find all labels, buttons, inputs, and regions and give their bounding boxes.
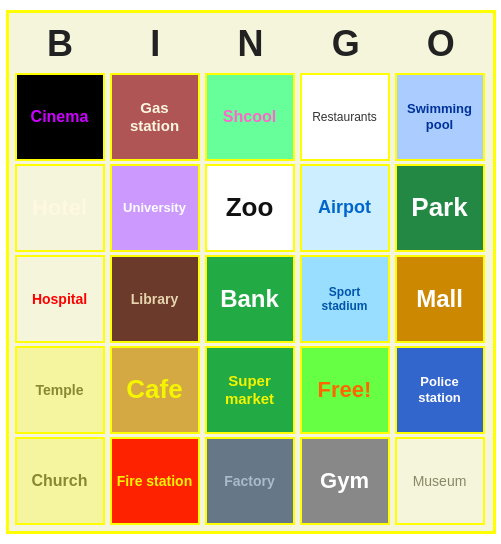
bingo-header: BINGO bbox=[13, 17, 489, 71]
bingo-cell-14[interactable]: Mall bbox=[395, 255, 485, 343]
bingo-cell-9[interactable]: Park bbox=[395, 164, 485, 252]
bingo-cell-0[interactable]: Cinema bbox=[15, 73, 105, 161]
header-letter-g: G bbox=[301, 23, 391, 65]
bingo-cell-5[interactable]: Hotel bbox=[15, 164, 105, 252]
header-letter-o: O bbox=[396, 23, 486, 65]
bingo-cell-12[interactable]: Bank bbox=[205, 255, 295, 343]
bingo-cell-8[interactable]: Airpot bbox=[300, 164, 390, 252]
bingo-cell-13[interactable]: Sport stadium bbox=[300, 255, 390, 343]
bingo-cell-16[interactable]: Cafe bbox=[110, 346, 200, 434]
bingo-cell-7[interactable]: Zoo bbox=[205, 164, 295, 252]
bingo-cell-11[interactable]: Library bbox=[110, 255, 200, 343]
bingo-grid: CinemaGas stationShcoolRestaurantsSwimmi… bbox=[13, 71, 489, 527]
bingo-cell-21[interactable]: Fire station bbox=[110, 437, 200, 525]
bingo-cell-17[interactable]: Super market bbox=[205, 346, 295, 434]
bingo-cell-3[interactable]: Restaurants bbox=[300, 73, 390, 161]
bingo-cell-22[interactable]: Factory bbox=[205, 437, 295, 525]
bingo-cell-19[interactable]: Police station bbox=[395, 346, 485, 434]
bingo-cell-4[interactable]: Swimming pool bbox=[395, 73, 485, 161]
bingo-cell-15[interactable]: Temple bbox=[15, 346, 105, 434]
header-letter-n: N bbox=[205, 23, 295, 65]
bingo-card: BINGO CinemaGas stationShcoolRestaurants… bbox=[6, 10, 496, 534]
bingo-cell-2[interactable]: Shcool bbox=[205, 73, 295, 161]
bingo-cell-24[interactable]: Museum bbox=[395, 437, 485, 525]
bingo-cell-18[interactable]: Free! bbox=[300, 346, 390, 434]
bingo-cell-23[interactable]: Gym bbox=[300, 437, 390, 525]
bingo-cell-10[interactable]: Hospital bbox=[15, 255, 105, 343]
bingo-cell-20[interactable]: Church bbox=[15, 437, 105, 525]
header-letter-b: B bbox=[15, 23, 105, 65]
header-letter-i: I bbox=[110, 23, 200, 65]
bingo-cell-1[interactable]: Gas station bbox=[110, 73, 200, 161]
bingo-cell-6[interactable]: University bbox=[110, 164, 200, 252]
